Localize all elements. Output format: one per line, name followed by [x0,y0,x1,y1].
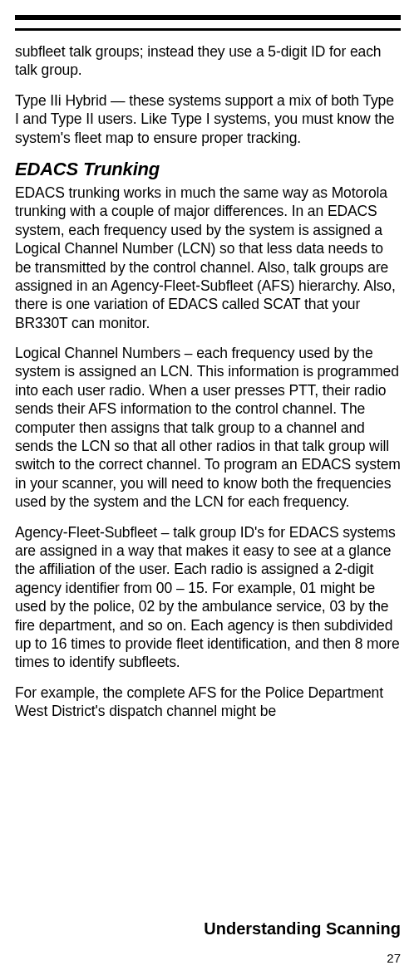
heading-edacs-trunking: EDACS Trunking [15,159,401,180]
paragraph-afs-example: For example, the complete AFS for the Po… [15,684,401,721]
paragraph-lcn: Logical Channel Numbers – each frequency… [15,344,401,512]
footer-section-title: Understanding Scanning [204,919,401,938]
top-rule-thin [15,28,401,31]
paragraph-continuation: subfleet talk groups; instead they use a… [15,42,401,80]
top-rule-thick [15,15,401,20]
paragraph-edacs-intro: EDACS trunking works in much the same wa… [15,184,401,332]
paragraph-afs: Agency-Fleet-Subfleet – talk group ID's … [15,523,401,672]
page-number: 27 [387,951,401,965]
paragraph-type2-hybrid: Type IIi Hybrid — these systems support … [15,91,401,147]
